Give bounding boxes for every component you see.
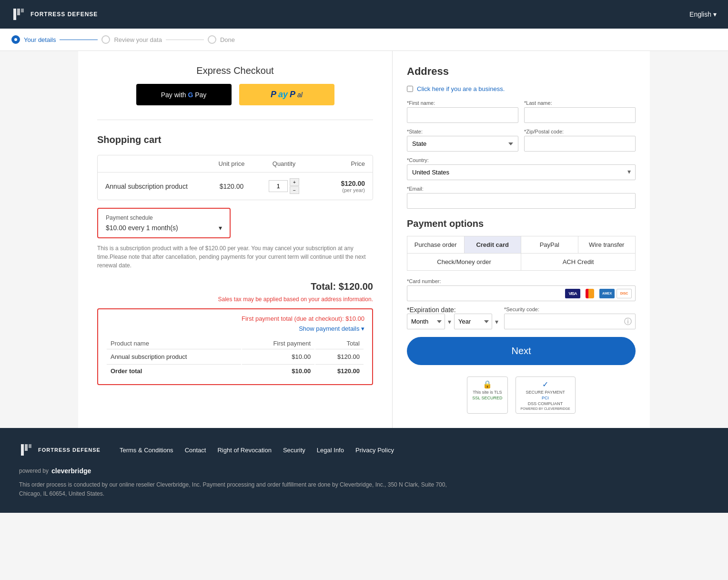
country-select[interactable]: United States <box>407 164 636 180</box>
first-name-input[interactable] <box>407 107 518 123</box>
payment-tabs-row1: Purchase order Credit card PayPal Wire t… <box>407 236 636 254</box>
first-name-field: *First name: <box>407 100 518 123</box>
quantity-input[interactable] <box>269 180 288 192</box>
business-checkbox[interactable] <box>407 86 413 92</box>
order-total: $120.00 <box>315 364 364 377</box>
per-year: (per year) <box>308 187 365 193</box>
chevron-down-icon-2: ▾ <box>495 318 498 326</box>
col-product <box>105 160 203 167</box>
svg-rect-1 <box>13 9 16 20</box>
business-check-row: Click here if you are a business. <box>407 85 636 92</box>
step-line-1 <box>60 40 98 40</box>
zip-field: *Zip/Postal code: <box>524 129 636 152</box>
col-quantity: Quantity <box>260 160 308 167</box>
zip-input[interactable] <box>524 136 636 152</box>
last-name-input[interactable] <box>524 107 636 123</box>
name-row: *First name: *Last name: <box>407 100 636 123</box>
next-button[interactable]: Next <box>407 337 636 365</box>
step-circle-1 <box>11 35 20 44</box>
payment-schedule-select[interactable]: $10.00 every 1 month(s) ▾ <box>106 224 222 232</box>
language-selector[interactable]: English ▾ <box>689 10 717 18</box>
cart-table: Unit price Quantity Price Annual subscri… <box>97 155 373 200</box>
gpay-label: Pay with G Pay <box>161 91 207 99</box>
tab-credit-card[interactable]: Credit card <box>465 236 522 253</box>
footer-link-privacy[interactable]: Privacy Policy <box>355 447 394 454</box>
payment-schedule-label: Payment schedule <box>106 214 222 221</box>
header: FORTRESS DEFENSE English ▾ <box>0 0 728 29</box>
footer-top: FORTRESS DEFENSE Terms & Conditions Cont… <box>19 442 709 458</box>
col-product-name: Product name <box>107 338 241 349</box>
step-circle-2 <box>101 35 110 44</box>
col-first-payment: First payment <box>242 338 314 349</box>
step-circle-3 <box>208 35 216 44</box>
pci-text-2: PCI <box>542 396 549 400</box>
tab-wire-transfer[interactable]: Wire transfer <box>578 236 636 253</box>
pci-icon: ✓ <box>542 380 548 389</box>
visa-icon: VISA <box>565 289 580 298</box>
state-select[interactable]: State <box>407 136 518 152</box>
zip-label: *Zip/Postal code: <box>524 129 636 134</box>
pci-badge: ✓ SECURE PAYMENT PCI DSS COMPLIANT POWER… <box>516 376 576 414</box>
quantity-wrapper: + − <box>260 178 308 194</box>
tab-purchase-order[interactable]: Purchase order <box>407 236 465 253</box>
tab-ach-credit[interactable]: ACH Credit <box>521 254 635 270</box>
footer-link-security[interactable]: Security <box>283 447 305 454</box>
chevron-down-icon: ▾ <box>713 10 717 18</box>
step-label-2: Review your data <box>114 36 162 43</box>
svg-rect-5 <box>25 444 28 451</box>
step-label-1: Your details <box>24 36 56 43</box>
security-badges: 🔒 This site is TLS SSL SECURED ✓ SECURE … <box>407 376 636 414</box>
paypal-label-p: P <box>271 90 276 100</box>
info-icon[interactable]: ⓘ <box>624 316 632 326</box>
expiry-year-select[interactable]: Year <box>454 314 492 329</box>
email-field: *Email: <box>407 186 636 209</box>
product-name: Annual subscription product <box>105 183 203 190</box>
email-input[interactable] <box>407 193 636 209</box>
payment-tabs-row2: Check/Money order ACH Credit <box>407 254 636 271</box>
tab-paypal[interactable]: PayPal <box>521 236 578 253</box>
show-details-toggle[interactable]: Show payment details ▾ <box>106 325 364 332</box>
left-panel: Express Checkout Pay with G Pay P ay P a… <box>78 51 393 428</box>
footer-link-revocation[interactable]: Right of Revocation <box>217 447 271 454</box>
paypal-button[interactable]: P ay P al <box>239 84 334 105</box>
state-label: *State: <box>407 129 518 134</box>
right-panel: Address Click here if you are a business… <box>393 51 650 428</box>
footer-link-contact[interactable]: Contact <box>185 447 206 454</box>
express-checkout-section: Express Checkout Pay with G Pay P ay P a… <box>97 65 373 120</box>
footer-link-terms[interactable]: Terms & Conditions <box>120 447 173 454</box>
last-name-field: *Last name: <box>524 100 636 123</box>
col-unit-price: Unit price <box>203 160 260 167</box>
footer-logo: FORTRESS DEFENSE <box>19 442 101 458</box>
expiry-group: Month ▾ Year ▾ <box>407 314 498 329</box>
quantity-increase[interactable]: + <box>290 178 299 186</box>
footer-nav: Terms & Conditions Contact Right of Revo… <box>120 447 394 454</box>
subscription-note: This is a subscription product with a fe… <box>97 244 373 270</box>
state-zip-row: *State: State *Zip/Postal code: <box>407 129 636 152</box>
business-check-link[interactable]: Click here if you are a business. <box>417 85 505 92</box>
footer-link-legal[interactable]: Legal Info <box>317 447 344 454</box>
card-number-row: *Card number: VISA AMEX DISC <box>407 278 636 301</box>
security-code-input[interactable] <box>504 314 636 329</box>
country-wrapper: *Country: United States ▾ <box>407 157 636 180</box>
order-total-row: Order total $10.00 $120.00 <box>107 364 364 377</box>
expiry-month-select[interactable]: Month <box>407 314 445 329</box>
total-section: Total: $120.00 <box>97 281 373 292</box>
gpay-button[interactable]: Pay with G Pay <box>136 84 232 105</box>
tax-note: Sales tax may be applied based on your a… <box>97 296 373 303</box>
tls-text-1: This site is TLS <box>473 390 502 395</box>
security-label: *Security code: <box>504 306 636 312</box>
last-name-label: *Last name: <box>524 100 636 106</box>
express-checkout-title: Express Checkout <box>97 65 373 76</box>
quantity-decrease[interactable]: − <box>290 186 299 194</box>
payment-schedule-box: Payment schedule $10.00 every 1 month(s)… <box>97 208 231 238</box>
details-row: Annual subscription product $10.00 $120.… <box>107 350 364 363</box>
col-total: Total <box>315 338 364 349</box>
order-first-payment: $10.00 <box>242 364 314 377</box>
svg-rect-4 <box>21 444 24 456</box>
chevron-down-icon: ▾ <box>448 318 451 326</box>
cleverbridge-logo: cleverbridge <box>51 467 91 475</box>
footer-logo-text: FORTRESS DEFENSE <box>38 447 101 453</box>
business-check-label: Click here if you are a business. <box>417 85 505 92</box>
tab-check-money-order[interactable]: Check/Money order <box>407 254 521 270</box>
pci-text-3: DSS COMPLIANT <box>528 401 563 406</box>
